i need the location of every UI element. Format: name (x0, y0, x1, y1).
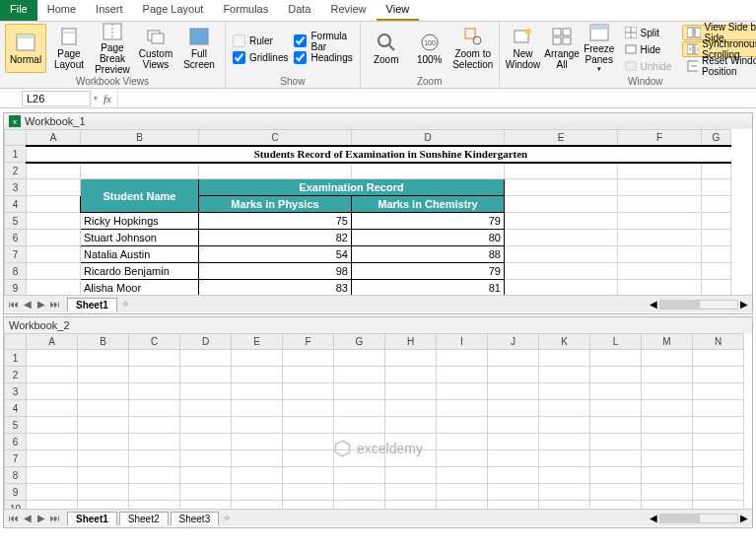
name-box[interactable] (22, 91, 91, 106)
cell[interactable] (693, 350, 744, 367)
cell[interactable] (488, 434, 539, 450)
col-header[interactable]: L (590, 334, 642, 350)
cell[interactable] (283, 450, 334, 467)
tab-file[interactable]: File (0, 0, 37, 21)
cell[interactable] (129, 450, 180, 467)
cell[interactable] (180, 450, 232, 467)
cell[interactable] (642, 450, 693, 467)
cell[interactable] (642, 417, 693, 434)
cell-physics[interactable]: 82 (199, 230, 352, 246)
normal-button[interactable]: Normal (5, 24, 46, 73)
sheet-nav[interactable]: ⏮◀▶⏭ (4, 513, 65, 523)
cell[interactable] (488, 350, 539, 367)
col-header[interactable]: E (232, 334, 283, 350)
formula-bar-checkbox[interactable]: Formula Bar (294, 34, 352, 49)
col-header[interactable]: N (693, 334, 744, 350)
col-header[interactable]: G (702, 130, 731, 146)
cell[interactable] (539, 467, 590, 484)
cell[interactable] (693, 467, 744, 484)
col-header[interactable]: D (352, 130, 505, 146)
cell[interactable] (334, 417, 385, 434)
page-break-button[interactable]: Page Break Preview (92, 24, 133, 73)
workbook-2-grid[interactable]: ABCDEFGHIJKLMN12345678910 (4, 333, 744, 509)
cell[interactable] (78, 484, 129, 501)
cell[interactable] (488, 400, 539, 417)
cell[interactable] (539, 434, 590, 450)
cell[interactable] (283, 350, 334, 367)
cell[interactable] (437, 350, 488, 367)
cell-name[interactable]: Stuart Johnson (81, 230, 199, 246)
col-header[interactable]: K (539, 334, 590, 350)
col-header[interactable]: I (437, 334, 488, 350)
cell-name[interactable]: Ricky Hopkings (81, 213, 199, 230)
cell[interactable] (385, 434, 437, 450)
cell[interactable] (232, 450, 283, 467)
cell[interactable] (232, 383, 283, 400)
cell[interactable] (232, 467, 283, 484)
cell[interactable] (488, 450, 539, 467)
freeze-panes-button[interactable]: Freeze Panes▾ (583, 24, 616, 73)
cell[interactable] (334, 383, 385, 400)
cell[interactable] (539, 417, 590, 434)
cell[interactable] (539, 350, 590, 367)
cell[interactable] (78, 400, 129, 417)
cell[interactable] (693, 501, 744, 510)
cell-physics[interactable]: 83 (199, 280, 352, 296)
cell[interactable] (437, 367, 488, 383)
cell[interactable] (642, 367, 693, 383)
sheet-tab-sheet1[interactable]: Sheet1 (67, 298, 117, 311)
cell[interactable] (232, 501, 283, 510)
cell[interactable] (539, 484, 590, 501)
cell[interactable] (693, 367, 744, 383)
cell[interactable] (180, 400, 232, 417)
col-header[interactable]: E (505, 130, 618, 146)
cell[interactable] (78, 434, 129, 450)
cell[interactable] (590, 350, 642, 367)
row-header[interactable]: 9 (5, 484, 27, 501)
cell[interactable] (27, 350, 78, 367)
cell[interactable] (642, 400, 693, 417)
row-header[interactable]: 5 (5, 417, 27, 434)
cell[interactable] (283, 383, 334, 400)
cell[interactable] (27, 417, 78, 434)
row-header[interactable]: 4 (5, 400, 27, 417)
cell[interactable] (129, 467, 180, 484)
cell[interactable] (539, 400, 590, 417)
cell[interactable] (437, 501, 488, 510)
tab-view[interactable]: View (377, 0, 420, 21)
cell[interactable] (437, 467, 488, 484)
cell-name[interactable]: Natalia Austin (81, 246, 199, 263)
cell[interactable] (232, 350, 283, 367)
row-header[interactable]: 8 (5, 467, 27, 484)
col-header[interactable]: A (27, 130, 81, 146)
cell[interactable] (78, 501, 129, 510)
col-header[interactable]: F (283, 334, 334, 350)
cell[interactable] (232, 484, 283, 501)
cell[interactable] (385, 450, 437, 467)
cell-name[interactable]: Ricardo Benjamin (81, 263, 199, 280)
arrange-all-button[interactable]: Arrange All (543, 24, 581, 73)
cell[interactable] (283, 467, 334, 484)
cell[interactable] (180, 467, 232, 484)
cell[interactable] (385, 367, 437, 383)
cell[interactable] (385, 350, 437, 367)
sheet-tab[interactable]: Sheet1 (67, 512, 117, 525)
cell[interactable] (27, 367, 78, 383)
cell-chemistry[interactable]: 81 (352, 280, 505, 296)
cell[interactable] (180, 367, 232, 383)
col-header[interactable]: B (78, 334, 129, 350)
cell[interactable] (539, 501, 590, 510)
reset-window-position-button[interactable]: Reset Window Position (682, 58, 756, 74)
cell[interactable] (129, 350, 180, 367)
cell[interactable] (334, 484, 385, 501)
cell[interactable] (129, 367, 180, 383)
cell[interactable] (78, 383, 129, 400)
fx-icon[interactable]: fx (103, 93, 111, 104)
cell[interactable] (27, 400, 78, 417)
new-sheet-icon[interactable]: ✧ (223, 513, 231, 523)
cell[interactable] (437, 450, 488, 467)
col-header[interactable]: C (129, 334, 180, 350)
full-screen-button[interactable]: Full Screen (178, 24, 220, 73)
cell[interactable] (78, 350, 129, 367)
cell[interactable] (539, 367, 590, 383)
